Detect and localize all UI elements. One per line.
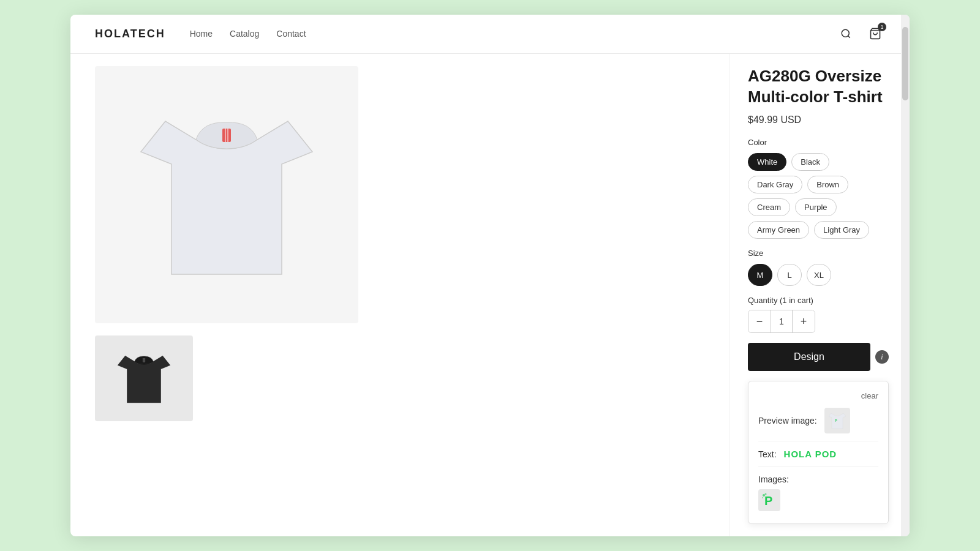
- image-thumb: P: [758, 489, 780, 511]
- color-btn-purple[interactable]: Purple: [795, 198, 837, 216]
- color-btn-army-green[interactable]: Army Green: [748, 221, 809, 239]
- text-label: Text:: [758, 449, 777, 459]
- search-icon: [840, 28, 851, 39]
- thumbnail-dark[interactable]: [95, 335, 193, 421]
- text-value: HOLA POD: [784, 449, 837, 459]
- svg-point-11: [765, 493, 767, 495]
- scrollbar[interactable]: [901, 15, 910, 537]
- design-panel: clear Preview image: P Text: HOLA POD: [748, 381, 889, 524]
- size-label: Size: [748, 249, 889, 258]
- color-btn-white[interactable]: White: [748, 153, 786, 171]
- color-btn-brown[interactable]: Brown: [807, 176, 848, 193]
- dark-tshirt-svg: [107, 345, 181, 412]
- size-btn-m[interactable]: M: [748, 264, 772, 286]
- header: HOLATECH Home Catalog Contact 1: [70, 15, 910, 54]
- preview-row: Preview image: P: [758, 408, 878, 441]
- navigation: Home Catalog Contact: [190, 29, 306, 39]
- svg-point-0: [842, 29, 849, 37]
- color-btn-light-gray[interactable]: Light Gray: [814, 221, 869, 239]
- nav-home[interactable]: Home: [190, 29, 213, 39]
- info-icon[interactable]: i: [875, 350, 889, 364]
- preview-label: Preview image:: [758, 416, 817, 425]
- nav-contact[interactable]: Contact: [276, 29, 306, 39]
- product-gallery: [70, 54, 729, 537]
- header-icons: 1: [836, 24, 885, 43]
- logo: HOLATECH: [95, 28, 165, 40]
- svg-point-9: [763, 494, 765, 497]
- design-button[interactable]: Design: [748, 343, 870, 371]
- main-content: AG280G Oversize Multi-color T-shirt $49.…: [70, 54, 910, 537]
- color-btn-black[interactable]: Black: [791, 153, 829, 171]
- preview-thumb-svg: P: [826, 410, 848, 432]
- size-btn-l[interactable]: L: [777, 264, 802, 286]
- main-product-image: [95, 66, 358, 323]
- images-row: Images: P: [758, 474, 878, 511]
- svg-text:P: P: [835, 419, 837, 422]
- preview-thumbnail: P: [824, 408, 850, 433]
- quantity-label: Quantity (1 in cart): [748, 296, 889, 305]
- color-label: Color: [748, 138, 889, 147]
- thumbnail-row: [95, 335, 704, 421]
- size-options: M L XL: [748, 264, 889, 286]
- svg-rect-3: [222, 129, 231, 142]
- cart-badge: 1: [878, 23, 886, 31]
- product-details: AG280G Oversize Multi-color T-shirt $49.…: [729, 54, 901, 537]
- svg-text:P: P: [764, 494, 772, 508]
- images-label: Images:: [758, 474, 878, 484]
- design-panel-header: clear: [758, 391, 878, 400]
- svg-line-1: [848, 36, 850, 38]
- svg-point-10: [762, 497, 763, 498]
- design-btn-row: Design i: [748, 343, 889, 371]
- color-btn-dark-gray[interactable]: Dark Gray: [748, 176, 802, 193]
- clear-button[interactable]: clear: [861, 391, 878, 400]
- quantity-value: 1: [771, 310, 793, 332]
- svg-rect-6: [143, 358, 145, 362]
- product-price: $49.99 USD: [748, 114, 889, 126]
- text-row: Text: HOLA POD: [758, 449, 878, 467]
- nav-catalog[interactable]: Catalog: [230, 29, 259, 39]
- product-title: AG280G Oversize Multi-color T-shirt: [748, 66, 889, 108]
- scrollbar-thumb: [902, 27, 908, 100]
- size-btn-xl[interactable]: XL: [807, 264, 831, 286]
- search-button[interactable]: [836, 24, 856, 43]
- color-options: White Black Dark Gray Brown Cream Purple…: [748, 153, 889, 239]
- tshirt-svg: [129, 84, 325, 305]
- quantity-decrease[interactable]: −: [748, 310, 771, 332]
- image-thumb-svg: P: [760, 490, 779, 510]
- quantity-control: − 1 +: [748, 310, 815, 333]
- quantity-increase[interactable]: +: [793, 310, 815, 332]
- color-btn-cream[interactable]: Cream: [748, 198, 790, 216]
- cart-button[interactable]: 1: [865, 24, 885, 43]
